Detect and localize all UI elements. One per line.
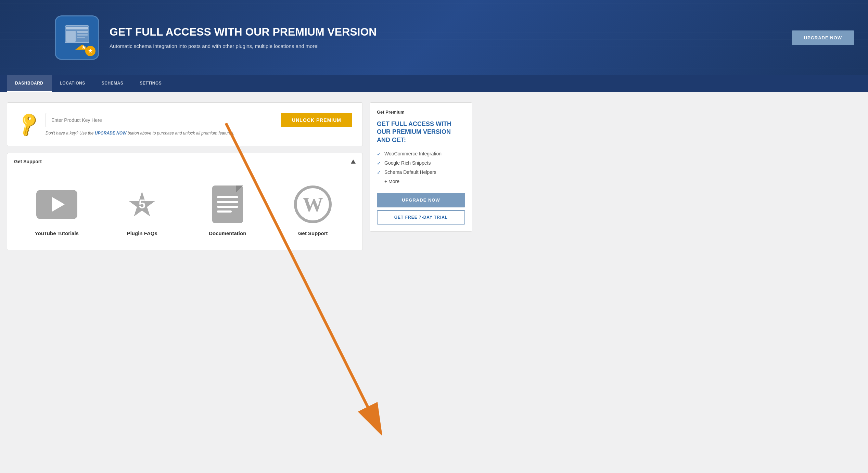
support-title: Get Support	[14, 159, 42, 164]
faq-label: Plugin FAQs	[127, 230, 157, 236]
nav-tabs: DASHBOARD LOCATIONS SCHEMAS SETTINGS	[0, 75, 868, 92]
feature-label-2: Google Rich Snippets	[384, 160, 431, 166]
feature-item-more: ✓ + More	[377, 179, 465, 184]
banner-title: GET FULL ACCESS WITH OUR PREMIUM VERSION	[110, 25, 376, 38]
wp-icon-wrapper: W	[292, 184, 333, 225]
tab-dashboard[interactable]: DASHBOARD	[7, 75, 52, 92]
banner-subtitle: Automatic schema integration into posts …	[110, 42, 376, 50]
svg-rect-5	[77, 37, 85, 38]
main-content: 🔑 UNLOCK PREMIUM Don't have a key? Use t…	[0, 92, 479, 260]
support-item-docs[interactable]: Documentation	[188, 184, 267, 236]
svg-text:★: ★	[81, 44, 86, 50]
check-icon-2: ✓	[377, 161, 381, 166]
youtube-icon-wrapper	[36, 184, 77, 225]
star-number: 5	[139, 197, 145, 212]
sidebar-heading: GET FULL ACCESS WITH OUR PREMIUM VERSION…	[377, 120, 465, 144]
feature-list: ✓ WooCommerce Integration ✓ Google Rich …	[377, 151, 465, 184]
sidebar-upgrade-button[interactable]: UPGRADE NOW	[377, 193, 465, 207]
play-icon	[52, 197, 65, 212]
support-item-wp[interactable]: W Get Support	[274, 184, 353, 236]
docs-label: Documentation	[209, 230, 246, 236]
feature-label-1: WooCommerce Integration	[384, 151, 442, 156]
support-grid: YouTube Tutorials ★ 5 Plugin FAQs	[7, 170, 362, 250]
banner-text: GET FULL ACCESS WITH OUR PREMIUM VERSION…	[110, 25, 376, 50]
feature-label-3: Schema Default Helpers	[384, 169, 436, 175]
collapse-icon[interactable]	[351, 159, 356, 164]
faq-icon-wrapper: ★ 5	[122, 184, 163, 225]
sidebar-trial-button[interactable]: GET FREE 7-DAY TRIAL	[377, 210, 465, 225]
wordpress-icon: W	[294, 186, 332, 223]
license-input-row: UNLOCK PREMIUM	[46, 113, 352, 127]
content-left: 🔑 UNLOCK PREMIUM Don't have a key? Use t…	[7, 102, 363, 250]
svg-rect-2	[66, 31, 76, 42]
header-banner: ★ GET FULL ACCESS WITH OUR PREMIUM VERSI…	[0, 0, 868, 75]
doc-line-3	[217, 206, 238, 208]
svg-rect-3	[77, 31, 88, 33]
feature-label-4: + More	[384, 179, 399, 184]
key-icon: 🔑	[14, 110, 42, 138]
license-hint: Don't have a key? Use the UPGRADE NOW bu…	[46, 131, 352, 136]
faq-icon: ★ 5	[123, 186, 161, 223]
tab-settings[interactable]: SETTINGS	[131, 75, 170, 92]
plugin-icon: ★	[55, 15, 99, 60]
svg-rect-4	[77, 34, 88, 36]
banner-content: ★ GET FULL ACCESS WITH OUR PREMIUM VERSI…	[55, 15, 792, 60]
feature-item-helpers: ✓ Schema Default Helpers	[377, 169, 465, 175]
sidebar-title: Get Premium	[377, 110, 465, 115]
check-icon-3: ✓	[377, 170, 381, 175]
support-item-youtube[interactable]: YouTube Tutorials	[17, 184, 96, 236]
premium-sidebar: Get Premium GET FULL ACCESS WITH OUR PRE…	[370, 102, 472, 232]
youtube-label: YouTube Tutorials	[35, 230, 79, 236]
header-upgrade-button[interactable]: UPGRADE NOW	[792, 30, 854, 45]
doc-line-1	[217, 196, 238, 198]
svg-rect-1	[66, 27, 88, 29]
support-label: Get Support	[298, 230, 328, 236]
unlock-premium-button[interactable]: UNLOCK PREMIUM	[281, 113, 352, 127]
sidebar: Get Premium GET FULL ACCESS WITH OUR PRE…	[370, 102, 472, 250]
license-box: 🔑 UNLOCK PREMIUM Don't have a key? Use t…	[7, 102, 363, 146]
product-key-input[interactable]	[46, 113, 281, 127]
license-form: UNLOCK PREMIUM Don't have a key? Use the…	[46, 113, 352, 136]
doc-line-2	[217, 201, 238, 203]
feature-item-woocommerce: ✓ WooCommerce Integration	[377, 151, 465, 157]
upgrade-now-link[interactable]: UPGRADE NOW	[95, 131, 127, 136]
doc-icon-wrapper	[207, 184, 248, 225]
check-icon-1: ✓	[377, 151, 381, 157]
doc-icon	[212, 186, 243, 223]
tab-locations[interactable]: LOCATIONS	[52, 75, 93, 92]
tab-schemas[interactable]: SCHEMAS	[93, 75, 132, 92]
support-header: Get Support	[7, 153, 362, 170]
support-box: Get Support YouTube Tutorials	[7, 153, 363, 250]
youtube-icon	[36, 190, 77, 219]
feature-item-snippets: ✓ Google Rich Snippets	[377, 160, 465, 166]
support-item-faq[interactable]: ★ 5 Plugin FAQs	[103, 184, 182, 236]
